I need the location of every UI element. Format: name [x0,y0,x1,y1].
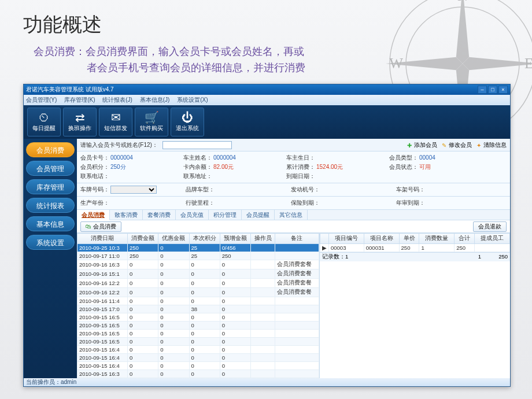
car-info-panel-2: 生产年份： 行驶里程： 保险到期： 年审到期： [77,197,510,210]
cart-icon: 🛍 [86,223,91,230]
points: 250分 [110,162,126,172]
member-type: 00004 [419,153,435,162]
slide-title: 功能概述 [0,0,532,44]
edit-member-link[interactable]: ✎ 修改会员 [442,141,472,149]
sidebar-stock[interactable]: 库存管理 [26,179,75,194]
current-user: admin [61,379,76,385]
tab-consume[interactable]: 会员消费 [77,210,110,220]
table-row[interactable]: 2010-09-16 11:40000 [77,297,319,305]
table-row[interactable]: 2010-09-15 16:40000 [77,346,319,354]
table-row[interactable]: 2010-09-15 16:30000 [77,378,319,379]
refund-button[interactable]: 会员退款 [473,221,507,232]
tab-guest[interactable]: 散客消费 [110,210,143,220]
table-row[interactable]: 2010-09-25 10:32500250/456 [77,244,319,252]
car-info-panel: 车牌号码： 品牌车型： 发动机号： 车架号码： [77,183,510,197]
card-no: 0000004 [110,153,133,162]
tab-recharge[interactable]: 会员充值 [176,210,209,220]
tab-remind[interactable]: 会员提醒 [242,210,275,220]
menu-base[interactable]: 基本信息(J) [140,97,170,103]
table-row[interactable]: 2010-09-16 12:20000会员消费套餐 [77,288,319,297]
sidebar-member[interactable]: 会员管理 [26,161,75,176]
items-summary: 记录数：1 1 250 [320,252,510,261]
slide-desc: 会员消费：会员消费界面，输入会员卡号或会员姓名，再或 者会员手机号查询会员的详细… [0,44,439,81]
member-info-panel: 会员卡号：0000004 车主姓名：0000004 车主生日： 会员类型：000… [77,152,510,183]
table-row[interactable]: ▶000030000312501250 [320,244,510,252]
toolbar: ⏲ 每日提醒 ⇄ 换班操作 ✉ 短信群发 🛒 软件购买 ⏻ 退出系统 [24,105,510,139]
history-table[interactable]: 消费日期 消费金额 优惠金额 本次积分 预增金额 操作员 备注 2010-09-… [77,233,320,378]
menu-setting[interactable]: 系统设置(X) [177,97,208,103]
table-row[interactable]: 2010-09-17 11:0250025250 [77,252,319,260]
tab-other[interactable]: 其它信息 [275,210,308,220]
sidebar-report[interactable]: 统计报表 [26,198,75,213]
table-row[interactable]: 2010-09-15 17:000380 [77,305,319,313]
broom-icon: ✦ [476,142,482,148]
menu-member[interactable]: 会员管理(Y) [26,97,57,103]
status: 可用 [419,162,431,172]
pencil-icon: ✎ [442,142,448,148]
close-button[interactable]: × [498,86,508,94]
power-icon: ⏻ [182,112,193,123]
owner-name: 0000004 [213,153,236,162]
table-row[interactable]: 2010-09-15 16:50000 [77,330,319,338]
search-bar: 请输入会员卡号或姓名(F12)： ✚ 添加会员 ✎ 修改会员 ✦ 清除信息 [77,139,510,152]
cart-icon: 🛒 [145,112,159,123]
table-row[interactable]: 2010-09-15 16:50000 [77,338,319,346]
balance: 82.00元 [213,162,234,172]
tab-points[interactable]: 积分管理 [209,210,242,220]
items-table[interactable]: 项目编号 项目名称 单价 消费数量 合计 提成员工 ▶0000300003125… [320,233,510,378]
app-window: 君诺汽车美容管理系统 试用版v4.7 – □ × 会员管理(Y) 库存管理(K)… [23,84,511,387]
sidebar-setting[interactable]: 系统设置 [26,235,75,250]
minimize-button[interactable]: – [478,86,487,94]
add-member-link[interactable]: ✚ 添加会员 [407,141,437,149]
toolbar-buy[interactable]: 🛒 软件购买 [135,108,168,136]
tab-package[interactable]: 套餐消费 [143,210,176,220]
maximize-button[interactable]: □ [488,86,497,94]
toolbar-exit[interactable]: ⏻ 退出系统 [171,108,204,136]
titlebar: 君诺汽车美容管理系统 试用版v4.7 – □ × [24,84,510,95]
table-row[interactable]: 2010-09-15 16:30000 [77,370,319,378]
menu-report[interactable]: 统计报表(J) [102,97,132,103]
toolbar-remind[interactable]: ⏲ 每日提醒 [27,108,61,136]
menu-stock[interactable]: 库存管理(K) [64,97,95,103]
statusbar: 当前操作员：admin [24,378,510,386]
svg-text:E: E [524,56,532,71]
envelope-icon: ✉ [111,112,121,123]
toolbar-shift[interactable]: ⇄ 换班操作 [63,108,97,136]
app-title: 君诺汽车美容管理系统 试用版v4.7 [26,84,114,95]
table-row[interactable]: 2010-09-16 15:10000会员消费套餐 [77,269,319,279]
search-input[interactable] [162,141,232,149]
table-row[interactable]: 2010-09-15 16:40000 [77,354,319,362]
swap-icon: ⇄ [75,112,85,123]
table-row[interactable]: 2010-09-15 16:50000 [77,313,319,322]
svg-marker-3 [463,57,532,70]
sidebar-base[interactable]: 基本信息 [26,216,75,231]
clock-icon: ⏲ [38,112,50,123]
toolbar-sms[interactable]: ✉ 短信群发 [99,108,132,136]
tabs: 会员消费 散客消费 套餐消费 会员充值 积分管理 会员提醒 其它信息 [77,210,510,220]
clear-info-link[interactable]: ✦ 清除信息 [476,141,507,149]
table-row[interactable]: 2010-09-16 16:30000会员消费套餐 [77,260,319,269]
sidebar: 会员消费 会员管理 库存管理 统计报表 基本信息 系统设置 [24,139,77,378]
sidebar-consume[interactable]: 会员消费 [26,142,75,157]
table-row[interactable]: 2010-09-16 12:20000会员消费套餐 [77,279,319,288]
search-label: 请输入会员卡号或姓名(F12)： [80,141,158,149]
table-row[interactable]: 2010-09-15 16:50000 [77,322,319,330]
sub-toolbar: 🛍 会员消费 会员退款 [77,220,510,233]
plus-icon: ✚ [407,142,413,148]
total-spend: 1524.00元 [316,162,343,172]
table-row[interactable]: 2010-09-15 16:40000 [77,362,319,370]
plate-select[interactable] [110,186,157,194]
consume-button[interactable]: 🛍 会员消费 [80,221,121,232]
menubar: 会员管理(Y) 库存管理(K) 统计报表(J) 基本信息(J) 系统设置(X) [24,95,510,105]
